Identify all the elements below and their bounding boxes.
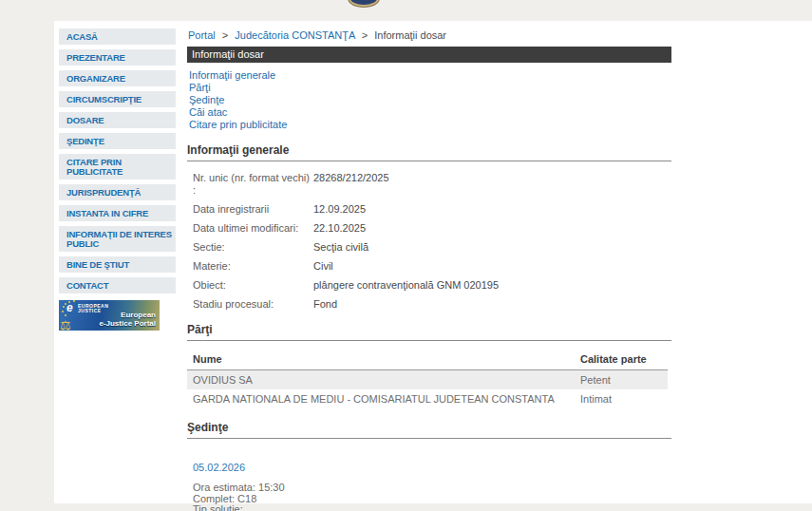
ejustice-logo-icon: e: [66, 301, 73, 314]
ejustice-portal-label: European e-Justice Portal: [99, 311, 156, 328]
party-name: OVIDIUS SA: [193, 374, 580, 386]
ejustice-word-justice: JUSTICE: [78, 308, 102, 313]
field-label: Obiect:: [193, 279, 313, 292]
field-row-obiect: Obiect: plângere contravenţională GNM 02…: [187, 279, 671, 292]
field-value: 12.09.2025: [313, 203, 366, 216]
hearing-entry: 05.02.2026 Ora estimata: 15:30 Complet: …: [187, 439, 671, 511]
field-value: plângere contravenţională GNM 020195: [313, 279, 499, 292]
table-row: OVIDIUS SA Petent: [187, 370, 668, 389]
parties-table: Nume Calitate parte OVIDIUS SA Petent GA…: [187, 350, 668, 408]
field-label: Stadiu procesual:: [193, 298, 313, 311]
breadcrumb: Portal > Judecătoria CONSTANŢA > Informa…: [187, 29, 671, 41]
field-row-data-inregistrarii: Data inregistrarii 12.09.2025: [187, 203, 671, 216]
sidebar-item-circumscriptie[interactable]: CIRCUMSCRIPŢIE: [59, 91, 176, 107]
sidebar-item-organizare[interactable]: ORGANIZARE: [59, 70, 176, 86]
general-info-fields: Nr. unic (nr. format vechi) : 28268/212/…: [187, 172, 671, 311]
page-container: ACASĂ PREZENTARE ORGANIZARE CIRCUMSCRIPŢ…: [54, 21, 812, 503]
sidebar-item-dosare[interactable]: DOSARE: [59, 112, 176, 128]
field-label: Sectie:: [193, 241, 313, 254]
ejustice-portal-line2: e-Justice Portal: [99, 319, 156, 328]
field-row-data-ultimei-modificari: Data ultimei modificari: 22.10.2025: [187, 222, 671, 235]
sidebar-item-jurisprudenta[interactable]: JURISPRUDENŢĂ: [59, 184, 176, 200]
main-content: Portal > Judecătoria CONSTANŢA > Informa…: [187, 21, 671, 511]
breadcrumb-link-portal[interactable]: Portal: [188, 29, 216, 41]
quick-link-sedinte[interactable]: Şedinţe: [189, 94, 671, 106]
sidebar-item-citare-prin-publicitate[interactable]: CITARE PRIN PUBLICITATE: [59, 154, 176, 180]
hearing-tip-solutie: Tip solutie:: [193, 504, 671, 511]
parties-table-header: Nume Calitate parte: [187, 350, 668, 370]
quick-links: Informaţii generale Părţi Şedinţe Căi at…: [187, 69, 671, 131]
sidebar-nav: ACASĂ PREZENTARE ORGANIZARE CIRCUMSCRIPŢ…: [59, 28, 176, 331]
quick-link-parti[interactable]: Părţi: [189, 82, 671, 94]
field-value: Fond: [313, 298, 337, 311]
party-role: Petent: [580, 374, 662, 386]
party-name: GARDA NATIONALA DE MEDIU - COMISARIATUL …: [193, 393, 580, 405]
field-row-sectie: Sectie: Secţia civilă: [187, 241, 671, 254]
field-value: 28268/212/2025: [313, 172, 389, 197]
sidebar-item-sedinte[interactable]: ŞEDINŢE: [59, 133, 176, 149]
field-row-nr-unic: Nr. unic (nr. format vechi) : 28268/212/…: [187, 172, 671, 197]
ejustice-portal-line1: European: [121, 311, 156, 319]
breadcrumb-separator: >: [222, 29, 228, 41]
table-row: GARDA NATIONALA DE MEDIU - COMISARIATUL …: [187, 389, 668, 408]
field-value: 22.10.2025: [313, 222, 366, 235]
ejustice-portal-banner[interactable]: e EUROPEAN JUSTICE ⚖ European e-Justice …: [59, 300, 160, 331]
quick-link-citare-prin-publicitate[interactable]: Citare prin publicitate: [189, 119, 671, 131]
section-heading-informatii-generale: Informaţii generale: [187, 143, 671, 161]
sidebar-item-prezentare[interactable]: PREZENTARE: [59, 49, 176, 66]
hearing-ora-estimata: Ora estimata: 15:30: [193, 483, 671, 494]
scales-icon: ⚖: [60, 319, 71, 331]
hearing-complet: Complet: C18: [193, 494, 671, 505]
field-value: Secţia civilă: [313, 241, 368, 254]
hearing-date-link[interactable]: 05.02.2026: [193, 462, 245, 473]
field-row-materie: Materie: Civil: [187, 260, 671, 273]
section-heading-sedinte: Şedinţe: [187, 421, 671, 439]
breadcrumb-current: Informaţii dosar: [374, 29, 446, 41]
field-label: Materie:: [193, 260, 313, 273]
column-header-calitate-parte: Calitate parte: [580, 353, 662, 365]
field-label: Data inregistrarii: [193, 203, 313, 216]
quick-link-informatii-generale[interactable]: Informaţii generale: [189, 69, 671, 82]
quick-link-cai-atac[interactable]: Căi atac: [189, 106, 671, 119]
field-row-stadiu-procesual: Stadiu procesual: Fond: [187, 298, 671, 311]
page-title-bar: Informaţii dosar: [187, 47, 671, 63]
sidebar-item-acasa[interactable]: ACASĂ: [59, 28, 176, 45]
field-label: Data ultimei modificari:: [193, 222, 313, 235]
field-label: Nr. unic (nr. format vechi) :: [193, 172, 313, 197]
column-header-nume: Nume: [193, 353, 580, 365]
hearing-details: Ora estimata: 15:30 Complet: C18 Tip sol…: [193, 483, 671, 511]
breadcrumb-link-court[interactable]: Judecătoria CONSTANŢA: [235, 29, 354, 41]
party-role: Intimat: [580, 393, 662, 405]
breadcrumb-separator: >: [362, 29, 368, 41]
court-logo-partial-icon: [349, 0, 379, 7]
section-heading-parti: Părţi: [187, 323, 671, 341]
sidebar-item-informatii-de-interes-public[interactable]: INFORMAŢII DE INTERES PUBLIC: [59, 226, 176, 252]
sidebar-item-contact[interactable]: CONTACT: [59, 277, 176, 293]
field-value: Civil: [313, 260, 333, 273]
sidebar-item-instanta-in-cifre[interactable]: INSTANTA IN CIFRE: [59, 205, 176, 221]
sidebar-item-bine-de-stiut[interactable]: BINE DE ŞTIUT: [59, 256, 176, 273]
